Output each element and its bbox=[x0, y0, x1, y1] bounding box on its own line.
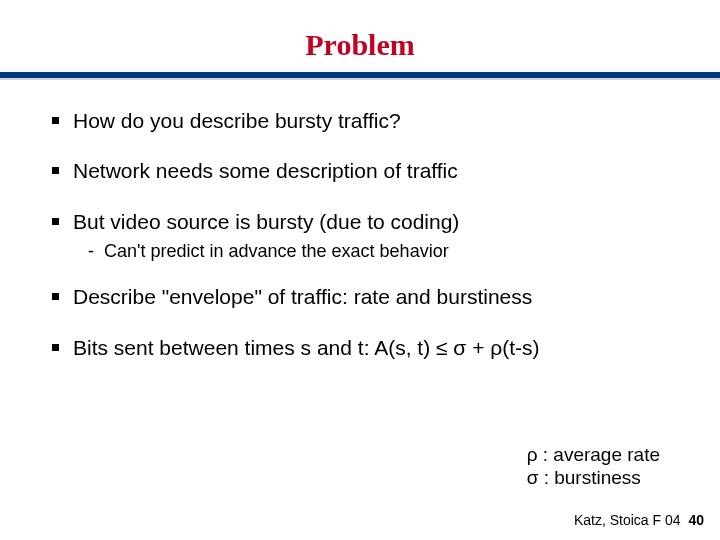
bullet-item: Describe "envelope" of traffic: rate and… bbox=[52, 284, 668, 310]
square-bullet-icon bbox=[52, 344, 59, 351]
bullet-item: But video source is bursty (due to codin… bbox=[52, 209, 668, 235]
slide-body: How do you describe bursty traffic? Netw… bbox=[0, 80, 720, 361]
legend-line: σ : burstiness bbox=[527, 466, 660, 490]
bullet-text: Describe "envelope" of traffic: rate and… bbox=[73, 284, 532, 310]
legend-line: ρ : average rate bbox=[527, 443, 660, 467]
page-number: 40 bbox=[688, 512, 704, 528]
bullet-item: Bits sent between times s and t: A(s, t)… bbox=[52, 335, 668, 361]
slide-footer: Katz, Stoica F 04 40 bbox=[574, 512, 704, 528]
bullet-item: Network needs some description of traffi… bbox=[52, 158, 668, 184]
square-bullet-icon bbox=[52, 167, 59, 174]
sub-bullet-item: - Can't predict in advance the exact beh… bbox=[88, 241, 668, 263]
sub-bullet-text: Can't predict in advance the exact behav… bbox=[104, 241, 449, 263]
bullet-text: But video source is bursty (due to codin… bbox=[73, 209, 459, 235]
footer-credit: Katz, Stoica F 04 bbox=[574, 512, 681, 528]
bullet-text: How do you describe bursty traffic? bbox=[73, 108, 401, 134]
symbol-legend: ρ : average rate σ : burstiness bbox=[527, 443, 660, 491]
bullet-item: How do you describe bursty traffic? bbox=[52, 108, 668, 134]
slide-title: Problem bbox=[0, 0, 720, 72]
square-bullet-icon bbox=[52, 293, 59, 300]
bullet-text: Bits sent between times s and t: A(s, t)… bbox=[73, 335, 540, 361]
bullet-text: Network needs some description of traffi… bbox=[73, 158, 458, 184]
dash-bullet-icon: - bbox=[88, 241, 94, 263]
square-bullet-icon bbox=[52, 218, 59, 225]
square-bullet-icon bbox=[52, 117, 59, 124]
